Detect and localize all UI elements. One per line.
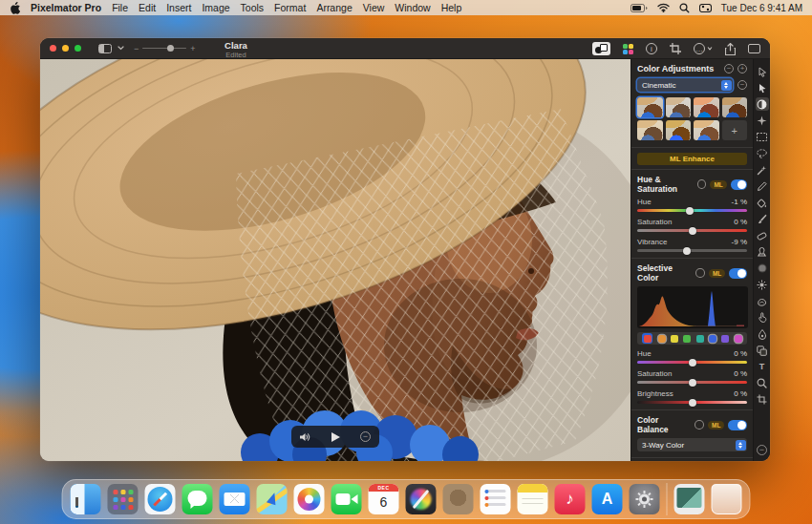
swatch-teal[interactable] [696, 335, 704, 343]
volume-icon[interactable] [300, 432, 310, 442]
reset-section-icon[interactable] [694, 420, 704, 430]
dock-maps-icon[interactable] [257, 484, 288, 514]
warp-tool[interactable] [756, 311, 769, 325]
menu-file[interactable]: File [112, 2, 128, 13]
selective-color-toggle[interactable] [729, 268, 747, 279]
dock-messages-icon[interactable] [182, 484, 213, 514]
swatch-purple[interactable] [721, 335, 729, 343]
fill-tool[interactable] [756, 197, 769, 210]
menu-window[interactable]: Window [395, 2, 430, 13]
slider-thumb[interactable] [689, 379, 696, 387]
dock-launchpad-icon[interactable] [108, 484, 139, 514]
menu-insert[interactable]: Insert [166, 2, 191, 13]
arrange-tool[interactable] [756, 81, 769, 94]
more-tools-button[interactable]: − [756, 443, 769, 456]
preset-thumb-selected[interactable] [637, 97, 663, 117]
zoom-tool[interactable] [756, 377, 769, 390]
dock-pixelmator-pro-icon[interactable] [406, 484, 437, 514]
preset-select[interactable]: Cinematic [637, 78, 733, 92]
menu-clock[interactable]: Tue Dec 6 9:41 AM [721, 3, 802, 13]
play-icon[interactable] [331, 432, 340, 442]
menu-image[interactable]: Image [202, 2, 229, 13]
search-icon[interactable] [679, 3, 690, 13]
more-toolbar-button[interactable]: … [694, 43, 713, 54]
erase-tool[interactable] [756, 229, 769, 242]
dock-minimized-window[interactable] [674, 484, 705, 514]
selective-brightness-slider[interactable] [637, 401, 747, 404]
dock-calendar-icon[interactable]: DEC 6 [369, 484, 399, 514]
pen-tool[interactable] [756, 327, 769, 341]
rect-select-tool[interactable] [756, 131, 769, 144]
dock-contacts-icon[interactable] [443, 484, 474, 514]
clone-tool[interactable] [756, 245, 769, 259]
slider-thumb[interactable] [686, 207, 694, 215]
title-bar[interactable]: − + Clara Edited i … [40, 38, 770, 59]
zoom-out-icon[interactable]: − [134, 44, 139, 53]
preset-thumb[interactable] [637, 120, 663, 140]
selective-saturation-slider[interactable] [637, 381, 747, 384]
reset-section-icon[interactable] [697, 179, 706, 189]
effects-toolbar-button[interactable] [623, 44, 633, 54]
info-toolbar-button[interactable]: i [646, 43, 657, 54]
slider-thumb[interactable] [689, 359, 696, 367]
menu-edit[interactable]: Edit [139, 2, 156, 13]
dock-notes-icon[interactable] [518, 484, 548, 514]
menu-tools[interactable]: Tools [241, 2, 265, 13]
color-balance-mode-select[interactable]: 3-Way Color [637, 438, 747, 451]
selective-hue-slider[interactable] [637, 361, 747, 364]
minimize-button[interactable] [62, 45, 69, 52]
chevron-down-icon[interactable] [118, 46, 124, 51]
draw-tool[interactable] [756, 179, 769, 193]
zoom-slider-knob[interactable] [167, 45, 174, 52]
dock-trash-icon[interactable] [712, 484, 742, 514]
ml-enhance-button[interactable]: ML Enhance [637, 153, 747, 165]
share-toolbar-button[interactable] [725, 43, 736, 55]
battery-icon[interactable] [630, 4, 648, 12]
reset-section-icon[interactable] [695, 268, 704, 278]
smudge-tool[interactable] [756, 295, 769, 308]
dock-finder-icon[interactable] [71, 484, 101, 514]
preset-thumb[interactable] [666, 120, 692, 140]
swatch-green[interactable] [683, 335, 691, 343]
dock-photos-icon[interactable] [294, 484, 325, 514]
hue-saturation-toggle[interactable] [731, 179, 747, 190]
color-balance-toggle[interactable] [728, 420, 747, 430]
slider-thumb[interactable] [683, 247, 691, 255]
saturation-slider[interactable] [637, 229, 747, 232]
add-preset-button[interactable]: + [722, 120, 748, 140]
add-adjustment-icon[interactable]: + [737, 64, 747, 73]
quick-select-tool[interactable] [756, 163, 769, 177]
dock-settings-icon[interactable] [630, 484, 660, 514]
dock-facetime-icon[interactable] [331, 484, 362, 514]
move-tool[interactable] [756, 65, 769, 78]
type-tool[interactable]: T [756, 360, 769, 373]
sidebar-toggle-icon[interactable] [98, 44, 112, 53]
apple-menu-icon[interactable] [10, 2, 20, 14]
color-adjustments-tool[interactable] [756, 97, 769, 111]
blur-tool[interactable] [756, 262, 769, 275]
crop-tool[interactable] [756, 393, 769, 407]
remove-adjustment-icon[interactable]: − [724, 64, 734, 73]
dock-music-icon[interactable]: ♪ [555, 484, 586, 514]
dock-mail-icon[interactable] [220, 484, 250, 514]
dock-reminders-icon[interactable] [481, 484, 511, 514]
dock-safari-icon[interactable] [145, 484, 176, 514]
preset-thumb[interactable] [694, 97, 719, 117]
wifi-icon[interactable] [657, 3, 670, 12]
menu-view[interactable]: View [363, 2, 385, 13]
menu-help[interactable]: Help [441, 2, 462, 13]
canvas-toolbar-button[interactable] [748, 44, 760, 53]
control-center-icon[interactable] [699, 4, 712, 12]
video-player-controls[interactable]: − [291, 426, 379, 448]
slider-thumb[interactable] [689, 399, 696, 407]
remove-preset-icon[interactable]: − [737, 80, 747, 90]
swatch-orange[interactable] [658, 335, 666, 343]
vibrance-slider[interactable] [637, 249, 747, 252]
menu-arrange[interactable]: Arrange [316, 2, 352, 13]
swatch-red-selected[interactable] [642, 333, 652, 344]
lasso-select-tool[interactable] [756, 147, 769, 160]
trim-icon[interactable]: − [360, 431, 371, 442]
crop-toolbar-button[interactable] [670, 43, 681, 54]
slider-thumb[interactable] [689, 227, 696, 235]
menu-format[interactable]: Format [274, 2, 306, 13]
